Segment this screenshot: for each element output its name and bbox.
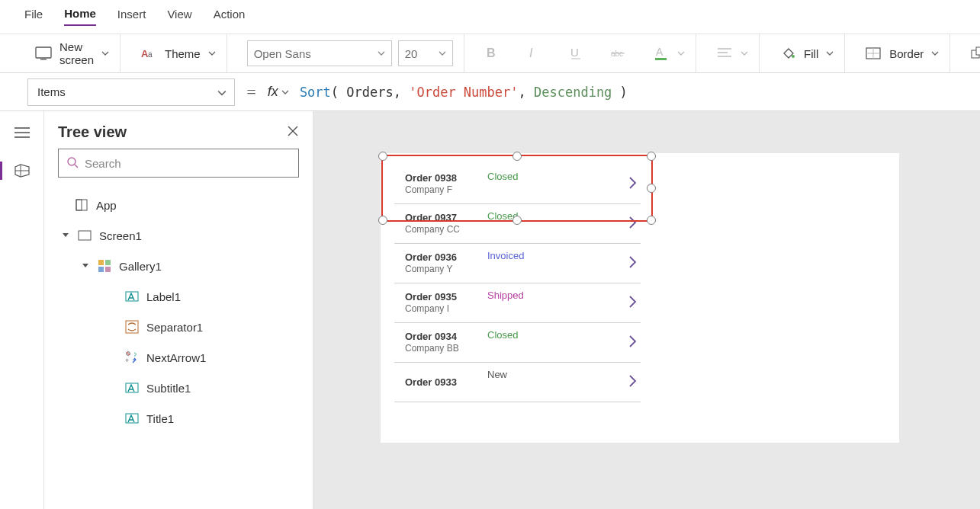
strike-button[interactable]: abc [611,45,628,62]
svg-rect-31 [76,200,82,210]
property-select[interactable]: Items [27,78,235,106]
gallery-row[interactable]: Order 0934Company BBClosed [394,323,641,363]
row-subtitle: Company I [405,303,457,315]
tree-node-nextarrow1[interactable]: +NextArrow1 [44,342,313,373]
hamburger-button[interactable] [11,123,33,142]
gallery-control[interactable]: Order 0938Company FClosedOrder 0937Compa… [394,165,641,402]
next-arrow-icon[interactable] [628,374,638,391]
border-label: Border [889,47,924,60]
fontcolor-button[interactable]: A [653,45,670,62]
gallery-row[interactable]: Order 0937Company CCClosed [394,204,641,244]
reorder-icon [970,45,980,62]
expand-icon [81,262,90,270]
next-arrow-icon[interactable] [628,216,638,232]
tree-node-subtitle1[interactable]: Subtitle1 [44,373,313,403]
underline-button[interactable]: U [568,45,585,62]
chevron-down-icon [677,50,685,57]
reorder-button[interactable]: Re [959,34,980,72]
screen-icon [76,227,93,244]
svg-line-29 [75,165,78,168]
canvas[interactable]: Order 0938Company FClosedOrder 0937Compa… [313,111,980,509]
fill-label: Fill [804,47,818,60]
tree-node-title1[interactable]: Title1 [44,403,313,434]
expand-icon [61,232,70,239]
tree-panel: Tree view Search App Screen1 [44,111,313,509]
fx-icon: fx [268,84,278,100]
row-status: Closed [487,210,518,222]
gallery-icon [96,258,113,274]
resize-handle[interactable] [378,152,387,161]
resize-handle[interactable] [647,184,656,193]
search-placeholder: Search [85,157,121,170]
tree-list: App Screen1 Gallery1 Label1Separator1+Ne… [44,187,313,437]
fontsize-value: 20 [405,47,418,60]
chevron-down-icon [217,88,225,96]
next-arrow-icon[interactable] [628,255,638,272]
row-title: Order 0936 [405,251,457,264]
resize-handle[interactable] [378,216,387,225]
formula-bar: Items = fx Sort( Orders, 'Order Number',… [0,73,980,111]
resize-handle[interactable] [647,216,656,225]
svg-rect-37 [126,292,138,301]
gallery-row[interactable]: Order 0938Company FClosed [394,165,641,204]
svg-rect-20 [976,47,980,55]
control-icon [124,319,140,335]
menu-view[interactable]: View [167,8,191,25]
left-rail [0,111,44,509]
svg-text:I: I [529,46,533,59]
italic-button[interactable]: I [526,45,543,62]
menu-action[interactable]: Action [214,8,246,25]
next-arrow-icon[interactable] [628,176,638,193]
theme-icon: Aa [140,45,157,62]
main-area: Tree view Search App Screen1 [0,111,980,509]
row-title: Order 0938 [405,172,457,184]
tree-node-app[interactable]: App [44,190,313,220]
chevron-down-icon [101,50,109,57]
gallery-row[interactable]: Order 0936Company YInvoiced [394,244,641,283]
tree-node-separator1[interactable]: Separator1 [44,312,313,342]
control-icon: + [124,349,140,366]
tree-node-screen1[interactable]: Screen1 [44,220,313,251]
menu-home[interactable]: Home [64,7,96,26]
svg-rect-43 [126,414,138,423]
fill-icon [779,45,796,62]
row-status: Shipped [487,290,524,301]
toolbar: New screen Aa Theme Open Sans 20 B I U a… [0,34,980,73]
tree-node-gallery1[interactable]: Gallery1 [44,251,313,281]
new-screen-icon [35,45,52,62]
svg-rect-33 [98,260,104,265]
row-title: Order 0937 [405,212,460,224]
svg-rect-36 [105,267,111,272]
menu-insert[interactable]: Insert [117,8,146,25]
theme-button[interactable]: Aa Theme [130,34,227,72]
screen-preview[interactable]: Order 0938Company FClosedOrder 0937Compa… [381,153,899,443]
gallery-row[interactable]: Order 0935Company IShipped [394,283,641,323]
next-arrow-icon[interactable] [628,335,638,351]
next-arrow-icon[interactable] [628,295,638,312]
new-screen-button[interactable]: New screen [24,34,120,72]
tree-search-input[interactable]: Search [58,149,299,178]
fx-button[interactable]: fx [268,84,289,100]
gallery-row[interactable]: Order 0933New [394,363,641,402]
bold-button[interactable]: B [484,45,501,62]
svg-point-15 [792,55,795,58]
resize-handle[interactable] [512,152,522,161]
fontsize-select[interactable]: 20 [398,40,453,66]
row-title: Order 0933 [405,376,457,389]
tree-node-label1[interactable]: Label1 [44,281,313,312]
menu-file[interactable]: File [24,8,43,25]
formula-input[interactable]: Sort( Orders, 'Order Number', Descending… [300,78,980,106]
treeview-rail-button[interactable] [11,162,33,180]
align-button[interactable] [716,45,733,62]
menubar: File Home Insert View Action [0,0,980,34]
border-button[interactable]: Border [854,34,950,72]
svg-text:a: a [148,50,153,59]
svg-text:U: U [570,46,579,59]
svg-rect-34 [105,260,111,265]
svg-rect-32 [79,231,91,240]
resize-handle[interactable] [647,152,656,161]
svg-point-28 [68,158,76,165]
fill-button[interactable]: Fill [769,34,845,72]
close-panel-button[interactable] [287,125,299,140]
font-select[interactable]: Open Sans [247,40,392,66]
